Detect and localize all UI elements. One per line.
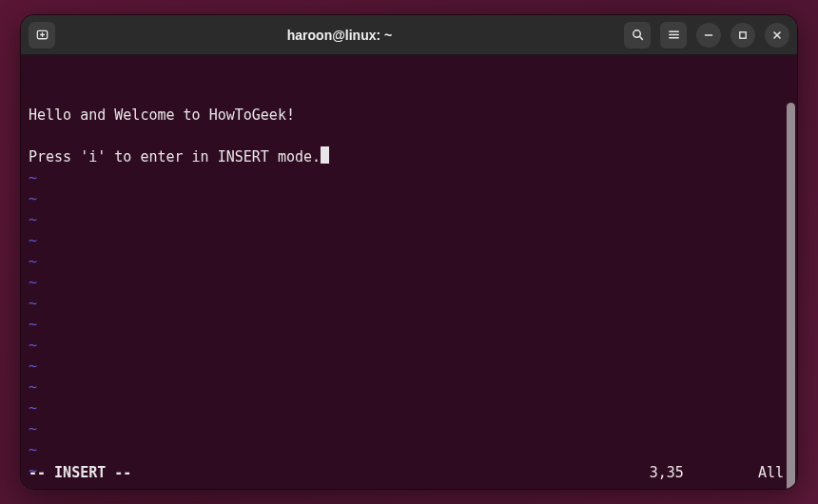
search-icon (631, 28, 645, 42)
close-icon (771, 29, 783, 41)
buffer-line (29, 126, 789, 146)
scrollbar[interactable] (787, 61, 795, 456)
maximize-button[interactable] (730, 23, 755, 48)
empty-line-tilde: ~ (29, 251, 789, 272)
titlebar-left-controls (29, 22, 55, 48)
scrollbar-thumb[interactable] (787, 103, 795, 489)
empty-line-tilde: ~ (29, 439, 789, 460)
empty-line-tilde: ~ (29, 356, 789, 377)
vim-statusbar: -- INSERT -- 3,35 All (29, 462, 789, 483)
new-tab-icon (35, 28, 49, 42)
hamburger-menu-button[interactable] (660, 22, 687, 48)
empty-line-tilde: ~ (29, 188, 789, 209)
search-button[interactable] (624, 22, 651, 48)
status-position: 3,35 (650, 462, 758, 483)
status-percent: All (758, 462, 789, 483)
empty-line-tilde: ~ (29, 230, 789, 251)
hamburger-icon (667, 28, 681, 42)
terminal-window: haroon@linux: ~ (21, 15, 797, 489)
empty-line-tilde: ~ (29, 209, 789, 230)
empty-line-tilde: ~ (29, 167, 789, 188)
empty-line-tilde: ~ (29, 418, 789, 439)
terminal-content[interactable]: Hello and Welcome to HowToGeek! Press 'i… (21, 55, 797, 489)
status-mode: -- INSERT -- (29, 462, 131, 483)
empty-line-tilde: ~ (29, 293, 789, 314)
empty-line-tilde: ~ (29, 377, 789, 397)
empty-line-tilde: ~ (29, 314, 789, 335)
empty-line-tilde: ~ (29, 397, 789, 418)
buffer-line: Press 'i' to enter in INSERT mode. (29, 146, 789, 167)
titlebar-right-controls (624, 22, 789, 48)
window-title: haroon@linux: ~ (63, 28, 616, 43)
text-cursor (321, 146, 329, 164)
buffer-line: Hello and Welcome to HowToGeek! (29, 105, 789, 126)
titlebar: haroon@linux: ~ (21, 15, 797, 55)
maximize-icon (737, 29, 749, 41)
empty-line-tilde: ~ (29, 272, 789, 293)
minimize-icon (703, 29, 714, 41)
new-tab-button[interactable] (29, 22, 55, 48)
svg-rect-9 (740, 31, 746, 37)
close-button[interactable] (765, 23, 789, 48)
editor-buffer: Hello and Welcome to HowToGeek! Press 'i… (29, 105, 789, 489)
empty-line-tilde: ~ (29, 335, 789, 356)
minimize-button[interactable] (696, 23, 721, 48)
svg-line-4 (639, 37, 642, 40)
